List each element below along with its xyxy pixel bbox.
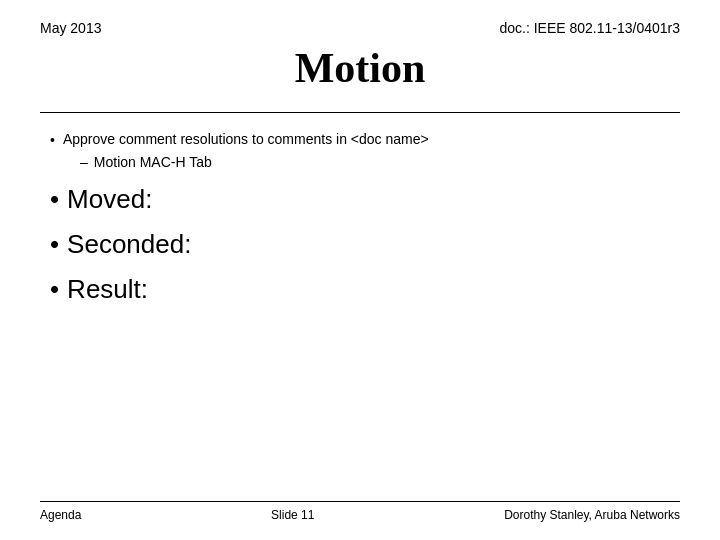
- footer: Agenda Slide 11 Dorothy Stanley, Aruba N…: [40, 501, 680, 522]
- header-doc: doc.: IEEE 802.11-13/0401r3: [499, 20, 680, 36]
- content-area: • Approve comment resolutions to comment…: [40, 131, 680, 305]
- footer-agenda: Agenda: [40, 508, 81, 522]
- sub-text-1: Motion MAC-H Tab: [94, 154, 212, 170]
- large-bullet-moved: • Moved:: [50, 184, 680, 215]
- header: May 2013 doc.: IEEE 802.11-13/0401r3: [40, 20, 680, 36]
- slide-title: Motion: [40, 44, 680, 92]
- bullet-text-1: Approve comment resolutions to comments …: [63, 131, 429, 147]
- bullet-dot-1: •: [50, 132, 55, 148]
- seconded-label: Seconded:: [67, 229, 191, 260]
- footer-slide: Slide 11: [271, 508, 314, 522]
- moved-label: Moved:: [67, 184, 152, 215]
- sub-item-1: – Motion MAC-H Tab: [80, 154, 680, 170]
- large-bullet-dot-2: •: [50, 229, 59, 260]
- result-label: Result:: [67, 274, 148, 305]
- large-bullet-result: • Result:: [50, 274, 680, 305]
- footer-author: Dorothy Stanley, Aruba Networks: [504, 508, 680, 522]
- title-divider: [40, 112, 680, 113]
- bullet-item-1: • Approve comment resolutions to comment…: [50, 131, 680, 148]
- dash-1: –: [80, 154, 88, 170]
- large-bullet-seconded: • Seconded:: [50, 229, 680, 260]
- large-bullet-dot-1: •: [50, 184, 59, 215]
- header-date: May 2013: [40, 20, 101, 36]
- large-bullet-dot-3: •: [50, 274, 59, 305]
- slide: May 2013 doc.: IEEE 802.11-13/0401r3 Mot…: [0, 0, 720, 540]
